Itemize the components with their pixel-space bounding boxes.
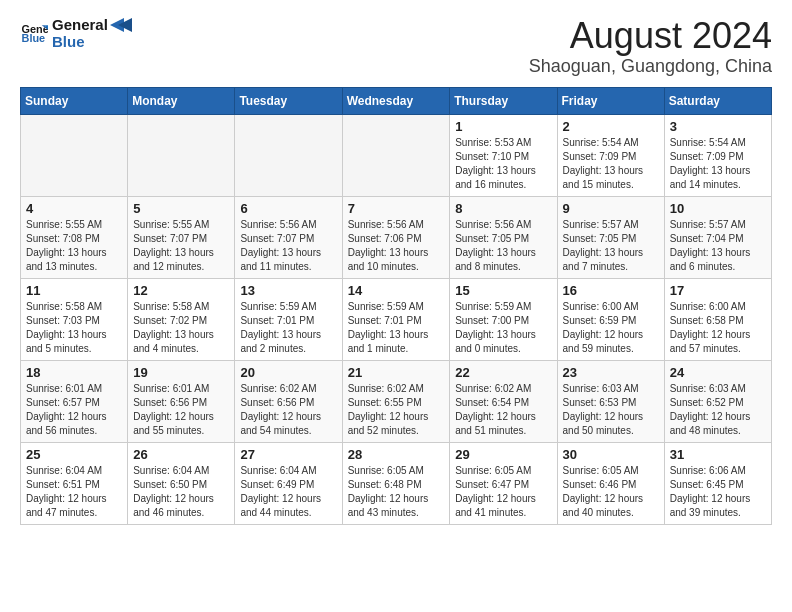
day-number: 1 <box>455 119 551 134</box>
calendar-cell: 9Sunrise: 5:57 AM Sunset: 7:05 PM Daylig… <box>557 196 664 278</box>
calendar-cell: 20Sunrise: 6:02 AM Sunset: 6:56 PM Dayli… <box>235 360 342 442</box>
day-number: 6 <box>240 201 336 216</box>
day-info: Sunrise: 5:54 AM Sunset: 7:09 PM Dayligh… <box>563 136 659 192</box>
calendar-cell: 27Sunrise: 6:04 AM Sunset: 6:49 PM Dayli… <box>235 442 342 524</box>
day-number: 13 <box>240 283 336 298</box>
day-number: 5 <box>133 201 229 216</box>
calendar-cell: 24Sunrise: 6:03 AM Sunset: 6:52 PM Dayli… <box>664 360 771 442</box>
weekday-saturday: Saturday <box>664 87 771 114</box>
day-info: Sunrise: 5:56 AM Sunset: 7:05 PM Dayligh… <box>455 218 551 274</box>
page-subtitle: Shaoguan, Guangdong, China <box>529 56 772 77</box>
calendar-week-2: 11Sunrise: 5:58 AM Sunset: 7:03 PM Dayli… <box>21 278 772 360</box>
logo-blue: Blue <box>52 33 132 50</box>
day-info: Sunrise: 5:54 AM Sunset: 7:09 PM Dayligh… <box>670 136 766 192</box>
day-info: Sunrise: 5:58 AM Sunset: 7:03 PM Dayligh… <box>26 300 122 356</box>
day-info: Sunrise: 6:02 AM Sunset: 6:56 PM Dayligh… <box>240 382 336 438</box>
day-number: 3 <box>670 119 766 134</box>
day-number: 16 <box>563 283 659 298</box>
day-info: Sunrise: 5:58 AM Sunset: 7:02 PM Dayligh… <box>133 300 229 356</box>
weekday-tuesday: Tuesday <box>235 87 342 114</box>
calendar-cell: 5Sunrise: 5:55 AM Sunset: 7:07 PM Daylig… <box>128 196 235 278</box>
day-number: 25 <box>26 447 122 462</box>
day-number: 24 <box>670 365 766 380</box>
calendar-cell: 11Sunrise: 5:58 AM Sunset: 7:03 PM Dayli… <box>21 278 128 360</box>
calendar-cell: 6Sunrise: 5:56 AM Sunset: 7:07 PM Daylig… <box>235 196 342 278</box>
day-number: 29 <box>455 447 551 462</box>
calendar-cell: 29Sunrise: 6:05 AM Sunset: 6:47 PM Dayli… <box>450 442 557 524</box>
title-area: August 2024 Shaoguan, Guangdong, China <box>529 16 772 77</box>
calendar-cell: 4Sunrise: 5:55 AM Sunset: 7:08 PM Daylig… <box>21 196 128 278</box>
day-info: Sunrise: 5:55 AM Sunset: 7:08 PM Dayligh… <box>26 218 122 274</box>
day-number: 17 <box>670 283 766 298</box>
day-info: Sunrise: 5:59 AM Sunset: 7:01 PM Dayligh… <box>348 300 445 356</box>
day-number: 10 <box>670 201 766 216</box>
day-number: 26 <box>133 447 229 462</box>
day-info: Sunrise: 6:02 AM Sunset: 6:54 PM Dayligh… <box>455 382 551 438</box>
calendar-cell <box>342 114 450 196</box>
day-number: 14 <box>348 283 445 298</box>
weekday-friday: Friday <box>557 87 664 114</box>
calendar-cell: 19Sunrise: 6:01 AM Sunset: 6:56 PM Dayli… <box>128 360 235 442</box>
day-number: 31 <box>670 447 766 462</box>
day-info: Sunrise: 6:04 AM Sunset: 6:51 PM Dayligh… <box>26 464 122 520</box>
day-number: 4 <box>26 201 122 216</box>
calendar-cell: 17Sunrise: 6:00 AM Sunset: 6:58 PM Dayli… <box>664 278 771 360</box>
calendar-cell: 25Sunrise: 6:04 AM Sunset: 6:51 PM Dayli… <box>21 442 128 524</box>
day-number: 28 <box>348 447 445 462</box>
calendar-cell: 18Sunrise: 6:01 AM Sunset: 6:57 PM Dayli… <box>21 360 128 442</box>
day-info: Sunrise: 6:05 AM Sunset: 6:47 PM Dayligh… <box>455 464 551 520</box>
calendar-cell: 21Sunrise: 6:02 AM Sunset: 6:55 PM Dayli… <box>342 360 450 442</box>
day-info: Sunrise: 6:02 AM Sunset: 6:55 PM Dayligh… <box>348 382 445 438</box>
day-info: Sunrise: 5:57 AM Sunset: 7:05 PM Dayligh… <box>563 218 659 274</box>
logo: General Blue General Blue <box>20 16 132 50</box>
day-info: Sunrise: 5:53 AM Sunset: 7:10 PM Dayligh… <box>455 136 551 192</box>
calendar-cell: 10Sunrise: 5:57 AM Sunset: 7:04 PM Dayli… <box>664 196 771 278</box>
calendar-table: SundayMondayTuesdayWednesdayThursdayFrid… <box>20 87 772 525</box>
calendar-week-4: 25Sunrise: 6:04 AM Sunset: 6:51 PM Dayli… <box>21 442 772 524</box>
calendar-cell: 28Sunrise: 6:05 AM Sunset: 6:48 PM Dayli… <box>342 442 450 524</box>
calendar-week-0: 1Sunrise: 5:53 AM Sunset: 7:10 PM Daylig… <box>21 114 772 196</box>
day-number: 8 <box>455 201 551 216</box>
logo-arrow-icon <box>110 18 132 32</box>
day-info: Sunrise: 6:06 AM Sunset: 6:45 PM Dayligh… <box>670 464 766 520</box>
weekday-sunday: Sunday <box>21 87 128 114</box>
day-info: Sunrise: 6:04 AM Sunset: 6:50 PM Dayligh… <box>133 464 229 520</box>
day-info: Sunrise: 6:01 AM Sunset: 6:56 PM Dayligh… <box>133 382 229 438</box>
day-info: Sunrise: 5:59 AM Sunset: 7:00 PM Dayligh… <box>455 300 551 356</box>
calendar-cell: 30Sunrise: 6:05 AM Sunset: 6:46 PM Dayli… <box>557 442 664 524</box>
calendar-header: SundayMondayTuesdayWednesdayThursdayFrid… <box>21 87 772 114</box>
calendar-cell: 23Sunrise: 6:03 AM Sunset: 6:53 PM Dayli… <box>557 360 664 442</box>
calendar-cell: 1Sunrise: 5:53 AM Sunset: 7:10 PM Daylig… <box>450 114 557 196</box>
calendar-week-3: 18Sunrise: 6:01 AM Sunset: 6:57 PM Dayli… <box>21 360 772 442</box>
day-info: Sunrise: 5:56 AM Sunset: 7:07 PM Dayligh… <box>240 218 336 274</box>
logo-general: General <box>52 16 108 33</box>
day-info: Sunrise: 6:03 AM Sunset: 6:52 PM Dayligh… <box>670 382 766 438</box>
weekday-header-row: SundayMondayTuesdayWednesdayThursdayFrid… <box>21 87 772 114</box>
header: General Blue General Blue August 2024 Sh… <box>20 16 772 77</box>
weekday-wednesday: Wednesday <box>342 87 450 114</box>
day-number: 20 <box>240 365 336 380</box>
calendar-cell: 2Sunrise: 5:54 AM Sunset: 7:09 PM Daylig… <box>557 114 664 196</box>
day-info: Sunrise: 5:56 AM Sunset: 7:06 PM Dayligh… <box>348 218 445 274</box>
calendar-cell <box>235 114 342 196</box>
day-number: 27 <box>240 447 336 462</box>
calendar-cell: 15Sunrise: 5:59 AM Sunset: 7:00 PM Dayli… <box>450 278 557 360</box>
day-info: Sunrise: 6:05 AM Sunset: 6:46 PM Dayligh… <box>563 464 659 520</box>
calendar-cell: 8Sunrise: 5:56 AM Sunset: 7:05 PM Daylig… <box>450 196 557 278</box>
day-info: Sunrise: 5:57 AM Sunset: 7:04 PM Dayligh… <box>670 218 766 274</box>
day-info: Sunrise: 6:00 AM Sunset: 6:58 PM Dayligh… <box>670 300 766 356</box>
day-info: Sunrise: 5:55 AM Sunset: 7:07 PM Dayligh… <box>133 218 229 274</box>
calendar-week-1: 4Sunrise: 5:55 AM Sunset: 7:08 PM Daylig… <box>21 196 772 278</box>
weekday-monday: Monday <box>128 87 235 114</box>
weekday-thursday: Thursday <box>450 87 557 114</box>
logo-icon: General Blue <box>20 19 48 47</box>
calendar-cell: 26Sunrise: 6:04 AM Sunset: 6:50 PM Dayli… <box>128 442 235 524</box>
day-number: 7 <box>348 201 445 216</box>
day-number: 12 <box>133 283 229 298</box>
calendar-cell: 16Sunrise: 6:00 AM Sunset: 6:59 PM Dayli… <box>557 278 664 360</box>
day-info: Sunrise: 6:01 AM Sunset: 6:57 PM Dayligh… <box>26 382 122 438</box>
calendar-cell: 31Sunrise: 6:06 AM Sunset: 6:45 PM Dayli… <box>664 442 771 524</box>
day-number: 30 <box>563 447 659 462</box>
day-number: 23 <box>563 365 659 380</box>
calendar-cell <box>128 114 235 196</box>
